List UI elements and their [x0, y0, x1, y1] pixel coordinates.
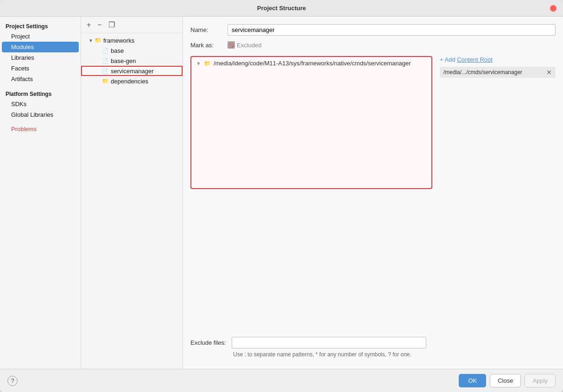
- tree-item-base[interactable]: 📄 base: [81, 45, 183, 56]
- tree-label-frameworks: frameworks: [103, 37, 134, 44]
- sidebar-item-problems[interactable]: Problems: [0, 124, 81, 134]
- sidebar-item-facets[interactable]: Facets: [0, 63, 81, 74]
- exclude-hint: Use ; to separate name patterns, * for a…: [233, 351, 556, 358]
- tree-panel: + − ❐ ▼ 📁 frameworks 📄 base: [81, 17, 183, 369]
- content-roots-section: ▼ 📁 /media/ldeng/code/M11-A13/sys/framew…: [190, 56, 556, 189]
- sidebar-item-libraries[interactable]: Libraries: [0, 52, 81, 63]
- add-content-root-panel: + Add Content Root /media/.../cmds/servi…: [440, 56, 556, 189]
- name-input[interactable]: [228, 24, 556, 36]
- module-icon-base-gen: 📄: [101, 57, 109, 64]
- sidebar: Project Settings Project Modules Librari…: [0, 17, 81, 369]
- project-structure-dialog: Project Structure Project Settings Proje…: [0, 0, 563, 392]
- exclude-row: Exclude files:: [190, 337, 556, 348]
- module-icon-base: 📄: [101, 47, 109, 54]
- folder-icon-frameworks: 📁: [94, 37, 101, 44]
- title-bar: Project Structure: [0, 0, 563, 17]
- platform-settings-section: Platform Settings: [0, 88, 81, 99]
- exclude-files-input[interactable]: [232, 337, 426, 348]
- bottom-bar: ? OK Close Apply: [0, 369, 563, 392]
- tree-label-servicemanager: servicemanager: [111, 68, 154, 75]
- excluded-icon: 🚫: [228, 41, 235, 49]
- excluded-badge: 🚫 Excluded: [228, 41, 261, 49]
- main-content: Project Settings Project Modules Librari…: [0, 17, 563, 369]
- sidebar-item-project[interactable]: Project: [0, 31, 81, 42]
- copy-module-button[interactable]: ❐: [107, 19, 117, 30]
- close-window-button[interactable]: [550, 5, 557, 12]
- add-content-root-button[interactable]: + Add Content Root: [440, 56, 493, 63]
- tree-item-servicemanager[interactable]: 📄 servicemanager: [81, 66, 183, 76]
- add-module-button[interactable]: +: [85, 19, 93, 30]
- help-button[interactable]: ?: [7, 376, 18, 386]
- exclude-files-label: Exclude files:: [190, 339, 226, 346]
- add-content-root-label: + Add Content Root: [440, 56, 493, 63]
- project-settings-section: Project Settings: [0, 20, 81, 31]
- path-chip-text: /media/.../cmds/servicemanager: [443, 69, 522, 76]
- tree-item-base-gen[interactable]: 📄 base-gen: [81, 56, 183, 66]
- dialog-close-button[interactable]: Close: [490, 374, 521, 387]
- content-area: + − ❐ ▼ 📁 frameworks 📄 base: [81, 17, 563, 369]
- name-label: Name:: [190, 26, 228, 33]
- module-icon-servicemanager: 📄: [101, 67, 109, 75]
- folder-small-icon: 📁: [204, 60, 211, 67]
- dialog-title: Project Structure: [257, 5, 306, 12]
- expand-arrow: ▼: [196, 61, 201, 66]
- mark-as-row: Mark as: 🚫 Excluded: [190, 41, 556, 49]
- tree-label-base-gen: base-gen: [111, 57, 136, 64]
- sidebar-item-global-libraries[interactable]: Global Libraries: [0, 109, 81, 120]
- tree-arrow-frameworks: ▼: [89, 38, 94, 43]
- tree-toolbar: + − ❐: [81, 17, 183, 33]
- apply-button[interactable]: Apply: [525, 374, 556, 387]
- mark-as-label: Mark as:: [190, 42, 228, 49]
- tree-item-dependencies[interactable]: 📁 dependencies: [81, 76, 183, 86]
- exclude-section: Exclude files: Use ; to separate name pa…: [190, 329, 556, 361]
- bottom-right: OK Close Apply: [459, 374, 556, 387]
- remove-module-button[interactable]: −: [95, 19, 103, 30]
- path-chip-close-button[interactable]: ✕: [546, 69, 552, 76]
- content-root-path: /media/ldeng/code/M11-A13/sys/frameworks…: [214, 60, 411, 67]
- path-chip: /media/.../cmds/servicemanager ✕: [440, 67, 556, 78]
- bottom-left: ?: [7, 376, 18, 386]
- folder-icon-dependencies: 📁: [101, 77, 109, 85]
- tree-label-base: base: [111, 47, 124, 54]
- excluded-text: Excluded: [237, 42, 261, 49]
- content-root-item: ▼ 📁 /media/ldeng/code/M11-A13/sys/framew…: [190, 56, 432, 189]
- sidebar-item-sdks[interactable]: SDKs: [0, 99, 81, 109]
- sidebar-item-modules[interactable]: Modules: [2, 42, 79, 52]
- name-row: Name:: [190, 24, 556, 36]
- tree-item-frameworks[interactable]: ▼ 📁 frameworks: [81, 35, 183, 45]
- tree-label-dependencies: dependencies: [111, 78, 148, 85]
- right-panel: Name: Mark as: 🚫 Excluded ▼ 📁: [183, 17, 563, 369]
- sidebar-item-artifacts[interactable]: Artifacts: [0, 74, 81, 84]
- ok-button[interactable]: OK: [459, 374, 486, 387]
- module-tree: ▼ 📁 frameworks 📄 base 📄 base-ge: [81, 33, 183, 369]
